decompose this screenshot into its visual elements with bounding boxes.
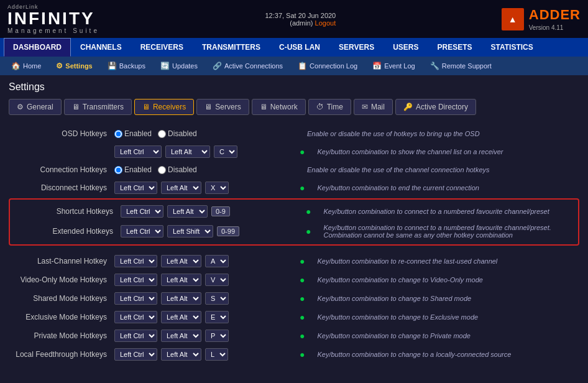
osd-mod1-select[interactable]: Left CtrlRight CtrlLeft Alt <box>114 145 162 158</box>
nav-channels[interactable]: CHANNELS <box>71 38 131 57</box>
exclusive-mode-controls: Left Ctrl Left Alt E <box>114 311 295 323</box>
tab-general[interactable]: ⚙General <box>9 99 62 115</box>
content: Settings ⚙General 🖥Transmitters 🖥Receive… <box>0 75 588 370</box>
shortcut-mod1-select[interactable]: Left Ctrl <box>121 205 163 218</box>
subnav-active-connections[interactable]: 🔗Active Connections <box>206 59 289 73</box>
subnav-backups[interactable]: 💾Backups <box>101 59 152 73</box>
subnav-connection-log[interactable]: 📋Connection Log <box>292 59 364 73</box>
version-label: Version 4.11 <box>529 24 581 31</box>
conn-disabled-radio[interactable]: Disabled <box>158 165 197 174</box>
support-icon: 🔧 <box>430 62 439 70</box>
osd-key-select[interactable]: CAB <box>214 145 237 158</box>
extended-status-dot: ● <box>306 226 311 236</box>
nav-receivers[interactable]: RECEIVERS <box>131 38 193 57</box>
private-mode-controls: Left Ctrl Left Alt P <box>114 330 295 342</box>
last-channel-key-select[interactable]: A <box>205 255 229 267</box>
private-mod2-select[interactable]: Left Alt <box>161 330 201 342</box>
local-feedthrough-row: Local Feedthrough Hotkeys Left Ctrl Left… <box>9 345 579 364</box>
receivers-icon: 🖥 <box>142 103 150 111</box>
nav-dashboard[interactable]: DASHBOARD <box>4 38 71 57</box>
osd-description2: Key/button combination to show the chann… <box>317 148 579 155</box>
highlight-box: Shortcut Hotkeys Left Ctrl Left Alt 0-9 … <box>9 198 579 246</box>
shortcut-description: Key/button combination to connect to a n… <box>323 208 573 215</box>
conn-enabled-radio[interactable]: Enabled <box>114 165 152 174</box>
extended-mod2-select[interactable]: Left Shift <box>167 225 213 238</box>
connection-radio-group: Enabled Disabled <box>114 165 197 174</box>
private-mod1-select[interactable]: Left Ctrl <box>114 330 157 342</box>
logout-link[interactable]: Logout <box>315 19 336 27</box>
exclusive-mod1-select[interactable]: Left Ctrl <box>114 311 157 323</box>
private-key-select[interactable]: P <box>205 330 229 342</box>
tab-mail[interactable]: ✉Mail <box>354 99 393 115</box>
extended-mod1-select[interactable]: Left Ctrl <box>121 225 163 238</box>
video-only-mod2-select[interactable]: Left Alt <box>161 274 201 286</box>
nav-transmitters[interactable]: TRANSMITTERS <box>193 38 270 57</box>
tab-time[interactable]: ⏱Time <box>308 99 351 115</box>
private-mode-row: Private Mode Hotkeys Left Ctrl Left Alt … <box>9 326 579 345</box>
tab-servers[interactable]: 🖥Servers <box>196 99 249 115</box>
local-mod2-select[interactable]: Left Alt <box>161 348 201 361</box>
osd-disabled-input[interactable] <box>158 130 166 138</box>
osd-enabled-input[interactable] <box>114 130 122 138</box>
home-icon: 🏠 <box>11 62 21 70</box>
divider <box>9 247 579 252</box>
nav-statistics[interactable]: STATISTICS <box>482 38 543 57</box>
disconnect-key-select[interactable]: X <box>205 182 229 194</box>
backups-icon: 💾 <box>108 62 117 70</box>
last-channel-mod2-select[interactable]: Left Alt <box>161 255 201 267</box>
osd-hotkeys-row2: Left CtrlRight CtrlLeft Alt Left AltRigh… <box>9 142 579 161</box>
osd-description1: Enable or disable the use of hotkeys to … <box>307 130 579 137</box>
shortcut-status-dot: ● <box>306 206 311 216</box>
shortcut-key-badge: 0-9 <box>211 206 230 216</box>
shared-mod2-select[interactable]: Left Alt <box>161 292 201 305</box>
settings-icon: ⚙ <box>56 62 63 70</box>
adder-icon: ▲ <box>502 8 524 30</box>
page-title: Settings <box>9 81 579 93</box>
subnav-event-log[interactable]: 📅Event Log <box>366 59 421 73</box>
tab-network[interactable]: 🖥Network <box>252 99 306 115</box>
settings-form: OSD Hotkeys Enabled Disabled Enable or d… <box>9 125 579 364</box>
updates-icon: 🔄 <box>160 62 170 70</box>
conn-disabled-input[interactable] <box>158 166 166 174</box>
subnav-settings[interactable]: ⚙Settings <box>50 59 98 73</box>
shared-mode-row: Shared Mode Hotkeys Left Ctrl Left Alt S… <box>9 289 579 308</box>
subnav-home[interactable]: 🏠Home <box>5 59 47 73</box>
tab-transmitters[interactable]: 🖥Transmitters <box>64 99 132 115</box>
adder-brand: ▲ ADDER Version 4.11 <box>502 7 581 31</box>
conn-enabled-input[interactable] <box>114 166 122 174</box>
main-nav: DASHBOARD CHANNELS RECEIVERS TRANSMITTER… <box>0 38 588 57</box>
disconnect-mod2-select[interactable]: Left Alt <box>161 182 201 194</box>
subnav-remote-support[interactable]: 🔧Remote Support <box>424 59 498 73</box>
nav-cusb-lan[interactable]: C-USB LAN <box>270 38 329 57</box>
tab-active-directory[interactable]: 🔑Active Directory <box>395 99 476 115</box>
brand: AdderLink INFINITY Management Suite <box>7 4 99 34</box>
video-only-description: Key/button combination to change to Vide… <box>317 276 579 284</box>
video-only-key-select[interactable]: V <box>205 274 229 286</box>
osd-enabled-radio[interactable]: Enabled <box>114 129 152 138</box>
nav-users[interactable]: USERS <box>384 38 428 57</box>
adder-logo-wrapper: ADDER Version 4.11 <box>529 7 581 31</box>
ad-icon: 🔑 <box>403 103 413 111</box>
subnav-updates[interactable]: 🔄Updates <box>154 59 204 73</box>
nav-servers[interactable]: SERVERS <box>329 38 384 57</box>
disconnect-mod1-select[interactable]: Left Ctrl <box>114 182 157 194</box>
shared-key-select[interactable]: S <box>205 292 229 305</box>
osd-mod2-select[interactable]: Left AltRight AltLeft Ctrl <box>165 145 210 158</box>
sub-nav: 🏠Home ⚙Settings 💾Backups 🔄Updates 🔗Activ… <box>0 57 588 75</box>
local-mod1-select[interactable]: Left Ctrl <box>114 348 157 361</box>
last-channel-label: Last-Channel Hotkey <box>9 257 114 265</box>
osd-disabled-radio[interactable]: Disabled <box>158 129 197 138</box>
tab-receivers[interactable]: 🖥Receivers <box>134 99 194 115</box>
shared-mode-label: Shared Mode Hotkeys <box>9 294 114 303</box>
private-status-dot: ● <box>300 331 305 341</box>
exclusive-key-select[interactable]: E <box>205 311 229 323</box>
local-key-select[interactable]: L <box>205 348 228 361</box>
nav-presets[interactable]: PRESETS <box>428 38 482 57</box>
video-only-mod1-select[interactable]: Left Ctrl <box>114 274 157 286</box>
last-channel-mod1-select[interactable]: Left Ctrl <box>114 255 157 267</box>
shortcut-mod2-select[interactable]: Left Alt <box>167 205 208 218</box>
private-description: Key/button combination to change to Priv… <box>317 332 579 339</box>
shared-mod1-select[interactable]: Left Ctrl <box>114 292 157 305</box>
brand-infinity: INFINITY <box>7 10 99 27</box>
exclusive-mod2-select[interactable]: Left Alt <box>161 311 201 323</box>
